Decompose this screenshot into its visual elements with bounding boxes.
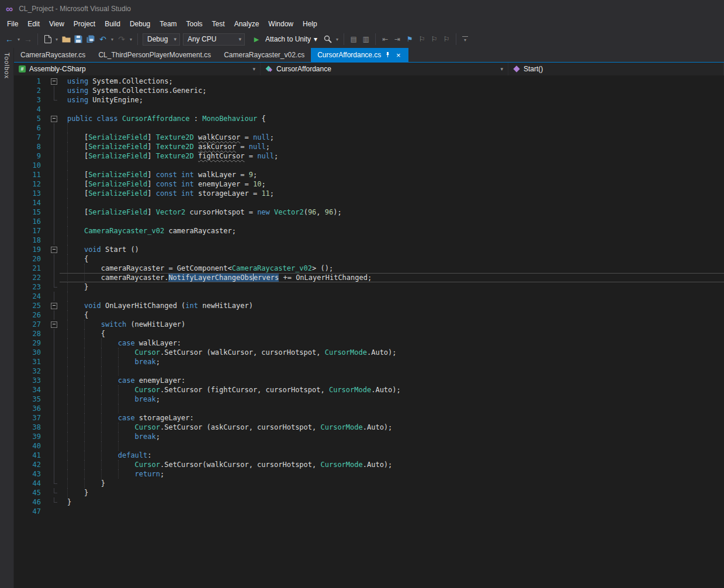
code-text[interactable]	[60, 217, 724, 226]
redo-dropdown-icon[interactable]: ▾	[128, 37, 134, 42]
solution-platform-select[interactable]: Any CPU ▾	[183, 33, 245, 46]
code-text[interactable]: [SerializeField] const int walkLayer = 9…	[60, 170, 724, 179]
navigate-backward-button[interactable]: ←	[4, 33, 15, 46]
code-line-38[interactable]: 38 Cursor.SetCursor (askCursor, cursorHo…	[14, 423, 724, 432]
close-tab-icon[interactable]: ×	[394, 51, 402, 59]
code-text[interactable]: switch (newHitLayer)	[60, 320, 724, 329]
code-text[interactable]: using UnityEngine;	[60, 95, 724, 105]
find-dropdown-icon[interactable]: ▾	[334, 37, 340, 42]
next-bookmark-button[interactable]: ⚐	[428, 35, 440, 43]
pin-tab-icon[interactable]	[385, 52, 390, 58]
code-text[interactable]: [SerializeField] Texture2D walkCursor = …	[60, 133, 724, 142]
tab-cursoraffordance[interactable]: CursorAffordance.cs ×	[311, 48, 408, 62]
previous-bookmark-button[interactable]: ⚐	[416, 35, 428, 43]
menu-project[interactable]: Project	[69, 19, 100, 29]
clear-bookmarks-button[interactable]: ⚐	[441, 35, 452, 43]
code-line-43[interactable]: 43 return;	[14, 469, 724, 479]
code-text[interactable]: break;	[60, 357, 724, 366]
code-line-22[interactable]: 22 cameraRaycaster.NotifyLayerChangeObse…	[14, 273, 724, 282]
code-line-21[interactable]: 21 cameraRaycaster = GetComponent<Camera…	[14, 264, 724, 273]
code-text[interactable]: [SerializeField] Texture2D fightCursor =…	[60, 151, 724, 161]
code-line-28[interactable]: 28 {	[14, 329, 724, 338]
code-text[interactable]: void OnLayerHitChanged (int newHitLayer)	[60, 301, 724, 310]
code-line-37[interactable]: 37 case storageLayer:	[14, 413, 724, 423]
fold-collapse-icon[interactable]	[49, 320, 60, 329]
code-line-42[interactable]: 42 Cursor.SetCursor(walkCursor, cursorHo…	[14, 460, 724, 469]
menu-help[interactable]: Help	[298, 19, 322, 29]
code-line-32[interactable]: 32	[14, 366, 724, 376]
code-line-24[interactable]: 24	[14, 292, 724, 301]
new-file-dropdown-icon[interactable]: ▾	[54, 37, 60, 42]
code-text[interactable]	[60, 236, 724, 245]
code-text[interactable]: using System.Collections;	[60, 77, 724, 86]
code-text[interactable]: cameraRaycaster.NotifyLayerChangeObserve…	[60, 273, 724, 282]
code-line-31[interactable]: 31 break;	[14, 357, 724, 366]
menu-file[interactable]: File	[2, 19, 23, 29]
code-line-5[interactable]: 5public class CursorAffordance : MonoBeh…	[14, 114, 724, 123]
code-line-18[interactable]: 18	[14, 236, 724, 245]
find-in-files-button[interactable]	[322, 33, 334, 46]
code-line-7[interactable]: 7 [SerializeField] Texture2D walkCursor …	[14, 133, 724, 142]
menu-edit[interactable]: Edit	[23, 19, 44, 29]
code-text[interactable]: [SerializeField] const int storageLayer …	[60, 189, 724, 198]
menu-debug[interactable]: Debug	[125, 19, 155, 29]
code-text[interactable]: {	[60, 310, 724, 320]
decrease-indent-button[interactable]: ⇤	[379, 35, 391, 43]
code-text[interactable]: case walkLayer:	[60, 338, 724, 348]
code-text[interactable]: }	[60, 488, 724, 497]
menu-analyze[interactable]: Analyze	[230, 19, 264, 29]
code-text[interactable]: case enemyLayer:	[60, 376, 724, 385]
code-text[interactable]: case storageLayer:	[60, 413, 724, 423]
menu-build[interactable]: Build	[100, 19, 125, 29]
code-text[interactable]	[60, 161, 724, 170]
code-line-3[interactable]: 3using UnityEngine;	[14, 95, 724, 105]
code-text[interactable]	[60, 404, 724, 413]
code-text[interactable]: [SerializeField] Vector2 cursorHotspot =…	[60, 207, 724, 217]
code-text[interactable]: void Start ()	[60, 245, 724, 254]
code-line-13[interactable]: 13 [SerializeField] const int storageLay…	[14, 189, 724, 198]
code-text[interactable]: {	[60, 329, 724, 338]
code-text[interactable]: }	[60, 479, 724, 488]
type-dropdown[interactable]: CursorAffordance ▾	[261, 63, 508, 75]
code-line-11[interactable]: 11 [SerializeField] const int walkLayer …	[14, 170, 724, 179]
code-line-14[interactable]: 14	[14, 198, 724, 207]
code-line-44[interactable]: 44 }	[14, 479, 724, 488]
code-line-34[interactable]: 34 Cursor.SetCursor (fightCursor, cursor…	[14, 385, 724, 395]
code-editor[interactable]: 1using System.Collections;2using System.…	[14, 75, 724, 588]
navigate-forward-button[interactable]: →	[22, 33, 34, 46]
code-line-35[interactable]: 35 break;	[14, 395, 724, 404]
code-line-40[interactable]: 40	[14, 441, 724, 451]
code-text[interactable]	[60, 123, 724, 133]
tab-cameraraycaster[interactable]: CameraRaycaster.cs	[14, 48, 92, 62]
code-text[interactable]: [SerializeField] const int enemyLayer = …	[60, 179, 724, 189]
code-text[interactable]: Cursor.SetCursor (askCursor, cursorHotsp…	[60, 423, 724, 432]
increase-indent-button[interactable]: ⇥	[392, 35, 403, 43]
code-text[interactable]: cameraRaycaster = GetComponent<CameraRay…	[60, 264, 724, 273]
code-text[interactable]	[60, 507, 724, 516]
menu-view[interactable]: View	[44, 19, 69, 29]
menu-tools[interactable]: Tools	[182, 19, 207, 29]
project-dropdown[interactable]: # Assembly-CSharp ▾	[14, 63, 261, 75]
code-line-36[interactable]: 36	[14, 404, 724, 413]
attach-to-unity-button[interactable]: ▶ Attach to Unity ▾	[247, 33, 321, 46]
menu-window[interactable]: Window	[264, 19, 298, 29]
code-line-27[interactable]: 27 switch (newHitLayer)	[14, 320, 724, 329]
code-line-2[interactable]: 2using System.Collections.Generic;	[14, 86, 724, 95]
menu-team[interactable]: Team	[155, 19, 181, 29]
code-text[interactable]: using System.Collections.Generic;	[60, 86, 724, 95]
code-text[interactable]: return;	[60, 469, 724, 479]
save-all-button[interactable]	[85, 33, 96, 46]
code-text[interactable]: break;	[60, 432, 724, 441]
code-line-33[interactable]: 33 case enemyLayer:	[14, 376, 724, 385]
undo-dropdown-icon[interactable]: ▾	[109, 37, 115, 42]
solution-configuration-select[interactable]: Debug ▾	[143, 33, 180, 46]
code-text[interactable]	[60, 366, 724, 376]
code-line-25[interactable]: 25 void OnLayerHitChanged (int newHitLay…	[14, 301, 724, 310]
code-line-41[interactable]: 41 default:	[14, 451, 724, 460]
navigate-backward-dropdown-icon[interactable]: ▾	[16, 37, 22, 42]
code-text[interactable]: {	[60, 254, 724, 264]
open-file-button[interactable]	[60, 33, 72, 46]
code-line-4[interactable]: 4	[14, 105, 724, 114]
fold-collapse-icon[interactable]	[49, 77, 60, 86]
code-text[interactable]	[60, 105, 724, 114]
